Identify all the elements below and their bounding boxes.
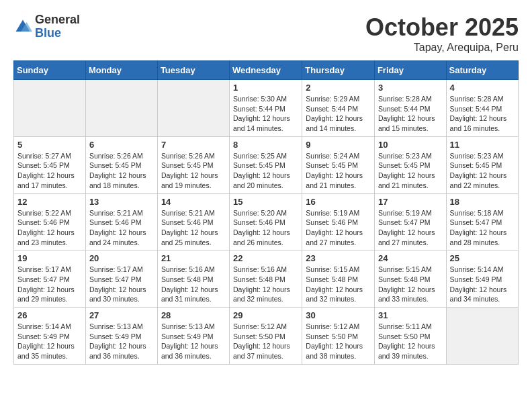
- calendar-cell: 9 Sunrise: 5:24 AMSunset: 5:45 PMDayligh…: [302, 136, 375, 193]
- day-number: 17: [378, 197, 443, 207]
- logo-icon: [13, 17, 32, 36]
- calendar-cell: 31 Sunrise: 5:11 AMSunset: 5:50 PMDaylig…: [374, 308, 446, 365]
- day-info: Sunrise: 5:14 AMSunset: 5:49 PMDaylight:…: [450, 265, 515, 304]
- logo-text: General Blue: [35, 13, 80, 40]
- calendar-cell: 28 Sunrise: 5:13 AMSunset: 5:49 PMDaylig…: [157, 308, 229, 365]
- day-info: Sunrise: 5:16 AMSunset: 5:48 PMDaylight:…: [233, 265, 298, 304]
- calendar-week-row: 19 Sunrise: 5:17 AMSunset: 5:47 PMDaylig…: [14, 250, 519, 308]
- calendar-cell: 5 Sunrise: 5:27 AMSunset: 5:45 PMDayligh…: [14, 136, 86, 193]
- calendar-cell: 11 Sunrise: 5:23 AMSunset: 5:45 PMDaylig…: [446, 136, 518, 193]
- day-info: Sunrise: 5:21 AMSunset: 5:46 PMDaylight:…: [161, 208, 226, 248]
- calendar-week-row: 12 Sunrise: 5:22 AMSunset: 5:46 PMDaylig…: [14, 193, 519, 250]
- calendar-cell: 22 Sunrise: 5:16 AMSunset: 5:48 PMDaylig…: [230, 250, 302, 308]
- day-info: Sunrise: 5:12 AMSunset: 5:50 PMDaylight:…: [233, 322, 298, 361]
- calendar-cell: 18 Sunrise: 5:18 AMSunset: 5:47 PMDaylig…: [446, 193, 518, 250]
- day-number: 1: [233, 83, 298, 93]
- day-number: 11: [450, 140, 515, 150]
- day-number: 10: [378, 140, 443, 150]
- day-info: Sunrise: 5:29 AMSunset: 5:44 PMDaylight:…: [306, 94, 371, 134]
- calendar-cell: 7 Sunrise: 5:26 AMSunset: 5:45 PMDayligh…: [157, 136, 229, 193]
- weekday-header: Friday: [374, 61, 446, 80]
- calendar-cell: 4 Sunrise: 5:28 AMSunset: 5:44 PMDayligh…: [446, 80, 518, 137]
- calendar-cell: 29 Sunrise: 5:12 AMSunset: 5:50 PMDaylig…: [230, 308, 302, 365]
- calendar-cell: 16 Sunrise: 5:19 AMSunset: 5:46 PMDaylig…: [302, 193, 375, 250]
- calendar-cell: 21 Sunrise: 5:16 AMSunset: 5:48 PMDaylig…: [157, 250, 229, 308]
- day-number: 21: [161, 253, 226, 263]
- day-info: Sunrise: 5:19 AMSunset: 5:46 PMDaylight:…: [306, 208, 371, 248]
- day-info: Sunrise: 5:12 AMSunset: 5:50 PMDaylight:…: [306, 322, 371, 361]
- day-info: Sunrise: 5:17 AMSunset: 5:47 PMDaylight:…: [17, 265, 82, 304]
- day-number: 12: [17, 197, 82, 207]
- location: Tapay, Arequipa, Peru: [365, 42, 519, 54]
- day-number: 4: [450, 83, 515, 93]
- day-info: Sunrise: 5:15 AMSunset: 5:48 PMDaylight:…: [378, 265, 443, 304]
- calendar: SundayMondayTuesdayWednesdayThursdayFrid…: [13, 60, 519, 365]
- day-info: Sunrise: 5:20 AMSunset: 5:46 PMDaylight:…: [233, 208, 298, 248]
- day-info: Sunrise: 5:23 AMSunset: 5:45 PMDaylight:…: [378, 151, 443, 191]
- day-info: Sunrise: 5:17 AMSunset: 5:47 PMDaylight:…: [89, 265, 154, 304]
- logo-blue: Blue: [35, 27, 80, 40]
- day-info: Sunrise: 5:22 AMSunset: 5:46 PMDaylight:…: [17, 208, 82, 248]
- day-info: Sunrise: 5:28 AMSunset: 5:44 PMDaylight:…: [378, 94, 443, 134]
- day-number: 20: [89, 253, 154, 263]
- day-info: Sunrise: 5:25 AMSunset: 5:45 PMDaylight:…: [233, 151, 298, 191]
- calendar-cell: 27 Sunrise: 5:13 AMSunset: 5:49 PMDaylig…: [85, 308, 157, 365]
- weekday-header: Monday: [85, 61, 157, 80]
- calendar-cell: 14 Sunrise: 5:21 AMSunset: 5:46 PMDaylig…: [157, 193, 229, 250]
- calendar-cell: [14, 80, 86, 137]
- day-number: 9: [306, 140, 371, 150]
- calendar-cell: 26 Sunrise: 5:14 AMSunset: 5:49 PMDaylig…: [14, 308, 86, 365]
- calendar-cell: 1 Sunrise: 5:30 AMSunset: 5:44 PMDayligh…: [230, 80, 302, 137]
- weekday-header: Thursday: [302, 61, 375, 80]
- calendar-cell: 2 Sunrise: 5:29 AMSunset: 5:44 PMDayligh…: [302, 80, 375, 137]
- calendar-cell: 20 Sunrise: 5:17 AMSunset: 5:47 PMDaylig…: [85, 250, 157, 308]
- calendar-cell: 19 Sunrise: 5:17 AMSunset: 5:47 PMDaylig…: [14, 250, 86, 308]
- day-number: 3: [378, 83, 443, 93]
- calendar-cell: 10 Sunrise: 5:23 AMSunset: 5:45 PMDaylig…: [374, 136, 446, 193]
- weekday-header: Wednesday: [230, 61, 302, 80]
- calendar-cell: 15 Sunrise: 5:20 AMSunset: 5:46 PMDaylig…: [230, 193, 302, 250]
- day-info: Sunrise: 5:19 AMSunset: 5:47 PMDaylight:…: [378, 208, 443, 248]
- calendar-week-row: 26 Sunrise: 5:14 AMSunset: 5:49 PMDaylig…: [14, 308, 519, 365]
- day-info: Sunrise: 5:13 AMSunset: 5:49 PMDaylight:…: [161, 322, 226, 361]
- calendar-week-row: 1 Sunrise: 5:30 AMSunset: 5:44 PMDayligh…: [14, 80, 519, 137]
- day-info: Sunrise: 5:24 AMSunset: 5:45 PMDaylight:…: [306, 151, 371, 191]
- day-info: Sunrise: 5:30 AMSunset: 5:44 PMDaylight:…: [233, 94, 298, 134]
- day-info: Sunrise: 5:28 AMSunset: 5:44 PMDaylight:…: [450, 94, 515, 134]
- calendar-cell: [85, 80, 157, 137]
- logo: General Blue: [13, 13, 80, 40]
- day-number: 23: [306, 253, 371, 263]
- day-number: 24: [378, 253, 443, 263]
- calendar-cell: 25 Sunrise: 5:14 AMSunset: 5:49 PMDaylig…: [446, 250, 518, 308]
- day-number: 18: [450, 197, 515, 207]
- day-number: 16: [306, 197, 371, 207]
- day-info: Sunrise: 5:14 AMSunset: 5:49 PMDaylight:…: [17, 322, 82, 361]
- day-info: Sunrise: 5:15 AMSunset: 5:48 PMDaylight:…: [306, 265, 371, 304]
- day-info: Sunrise: 5:21 AMSunset: 5:46 PMDaylight:…: [89, 208, 154, 248]
- day-number: 25: [450, 253, 515, 263]
- day-number: 28: [161, 310, 226, 320]
- day-info: Sunrise: 5:13 AMSunset: 5:49 PMDaylight:…: [89, 322, 154, 361]
- day-info: Sunrise: 5:16 AMSunset: 5:48 PMDaylight:…: [161, 265, 226, 304]
- day-number: 14: [161, 197, 226, 207]
- day-info: Sunrise: 5:26 AMSunset: 5:45 PMDaylight:…: [89, 151, 154, 191]
- day-number: 15: [233, 197, 298, 207]
- page-header: General Blue October 2025 Tapay, Arequip…: [13, 13, 519, 54]
- day-number: 29: [233, 310, 298, 320]
- calendar-cell: [446, 308, 518, 365]
- day-info: Sunrise: 5:26 AMSunset: 5:45 PMDaylight:…: [161, 151, 226, 191]
- day-info: Sunrise: 5:11 AMSunset: 5:50 PMDaylight:…: [378, 322, 443, 361]
- day-number: 13: [89, 197, 154, 207]
- calendar-cell: 12 Sunrise: 5:22 AMSunset: 5:46 PMDaylig…: [14, 193, 86, 250]
- calendar-cell: 13 Sunrise: 5:21 AMSunset: 5:46 PMDaylig…: [85, 193, 157, 250]
- calendar-cell: 24 Sunrise: 5:15 AMSunset: 5:48 PMDaylig…: [374, 250, 446, 308]
- day-number: 31: [378, 310, 443, 320]
- calendar-cell: [157, 80, 229, 137]
- month-title: October 2025: [365, 13, 519, 42]
- day-info: Sunrise: 5:18 AMSunset: 5:47 PMDaylight:…: [450, 208, 515, 248]
- day-number: 6: [89, 140, 154, 150]
- title-block: October 2025 Tapay, Arequipa, Peru: [365, 13, 519, 54]
- day-number: 22: [233, 253, 298, 263]
- calendar-cell: 30 Sunrise: 5:12 AMSunset: 5:50 PMDaylig…: [302, 308, 375, 365]
- day-number: 19: [17, 253, 82, 263]
